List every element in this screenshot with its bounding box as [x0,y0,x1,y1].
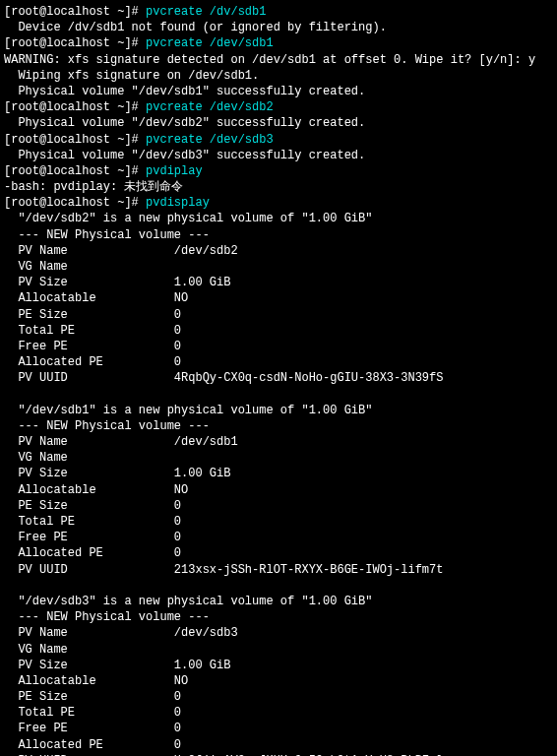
output-line: Total PE 0 [4,705,553,721]
output-line: Physical volume "/dev/sdb1" successfully… [4,84,553,99]
output-line: Physical volume "/dev/sdb3" successfully… [4,148,553,163]
output-line: PE Size 0 [4,498,553,514]
output-line: Allocatable NO [4,673,553,689]
output-line: "/dev/sdb2" is a new physical volume of … [4,211,553,226]
prompt-line: [root@localhost ~]# pvdiplay [4,163,553,179]
shell-prompt: [root@localhost ~]# [4,196,146,210]
output-line: PV Size 1.00 GiB [4,466,553,481]
prompt-line: [root@localhost ~]# pvcreate /dev/sdb3 [4,132,553,148]
prompt-line: [root@localhost ~]# pvcreate /dv/sdb1 [4,4,553,20]
output-line: PE Size 0 [4,689,553,705]
output-line: Free PE 0 [4,530,553,545]
prompt-line: [root@localhost ~]# pvdisplay [4,195,553,211]
output-line: PV Size 1.00 GiB [4,658,553,673]
output-line: Free PE 0 [4,721,553,736]
shell-prompt: [root@localhost ~]# [4,36,146,50]
prompt-line: [root@localhost ~]# pvcreate /dev/sdb2 [4,99,553,115]
output-line: PE Size 0 [4,307,553,323]
output-line: "/dev/sdb3" is a new physical volume of … [4,594,553,609]
output-line: Physical volume "/dev/sdb2" successfully… [4,115,553,131]
shell-prompt: [root@localhost ~]# [4,5,146,19]
shell-prompt: [root@localhost ~]# [4,133,146,147]
output-line: "/dev/sdb1" is a new physical volume of … [4,403,553,418]
command-text: pvcreate /dv/sdb1 [146,5,266,19]
output-line: VG Name [4,259,553,275]
output-line: PV UUID 213xsx-jSSh-RlOT-RXYX-B6GE-IWOj-… [4,562,553,578]
output-line: Allocated PE 0 [4,354,553,370]
command-text: pvdiplay [146,164,203,178]
output-line: Total PE 0 [4,514,553,530]
prompt-line: [root@localhost ~]# pvcreate /dev/sdb1 [4,35,553,51]
output-line: --- NEW Physical volume --- [4,227,553,243]
output-line: PV Name /dev/sdb2 [4,243,553,259]
command-text: pvcreate /dev/sdb2 [146,100,274,114]
output-line [4,578,553,594]
output-line: Total PE 0 [4,323,553,339]
output-line: Device /dv/sdb1 not found (or ignored by… [4,20,553,35]
output-line: --- NEW Physical volume --- [4,609,553,625]
output-line: Wiping xfs signature on /dev/sdb1. [4,68,553,84]
output-line: --- NEW Physical volume --- [4,418,553,434]
output-line: Allocated PE 0 [4,737,553,753]
output-line: PV Name /dev/sdb1 [4,434,553,450]
command-text: pvdisplay [146,196,210,210]
command-text: pvcreate /dev/sdb1 [146,36,274,50]
output-line [4,387,553,403]
output-line: PV Name /dev/sdb3 [4,625,553,641]
output-line: WARNING: xfs signature detected on /dev/… [4,52,553,68]
terminal-output: [root@localhost ~]# pvcreate /dv/sdb1 De… [4,4,553,756]
output-line: Allocatable NO [4,290,553,306]
output-line: PV Size 1.00 GiB [4,275,553,290]
output-line: Allocatable NO [4,482,553,498]
command-text: pvcreate /dev/sdb3 [146,133,274,147]
output-line: VG Name [4,450,553,466]
shell-prompt: [root@localhost ~]# [4,100,146,114]
output-line: PV UUID 4RqbQy-CX0q-csdN-NoHo-gGIU-38X3-… [4,370,553,386]
output-line: Free PE 0 [4,339,553,354]
output-line: -bash: pvdiplay: 未找到命令 [4,179,553,195]
output-line: Allocated PE 0 [4,545,553,561]
output-line: VG Name [4,642,553,658]
shell-prompt: [root@localhost ~]# [4,164,146,178]
